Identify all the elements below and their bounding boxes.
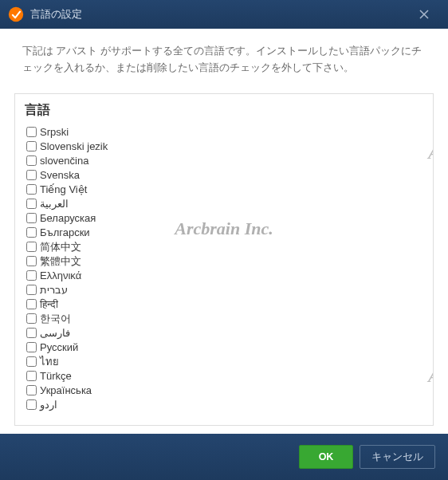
language-row: Беларуская xyxy=(26,211,426,226)
instructions-text: 下記は アバスト がサポートする全ての言語です。インストールしたい言語パックにチ… xyxy=(0,29,448,85)
language-row: Tiếng Việt xyxy=(26,183,426,197)
language-checkbox[interactable] xyxy=(26,227,37,238)
language-checkbox[interactable] xyxy=(26,170,37,180)
language-label: فارسی xyxy=(40,327,70,339)
language-checkbox[interactable] xyxy=(26,270,37,281)
language-checkbox[interactable] xyxy=(26,242,37,252)
language-label: Беларуская xyxy=(40,212,96,224)
language-label: עברית xyxy=(40,284,68,296)
language-label: Ελληνικά xyxy=(40,270,81,281)
language-row: 简体中文 xyxy=(26,240,426,254)
dialog-title: 言語の設定 xyxy=(30,7,408,22)
dialog-footer: OK キャンセル xyxy=(0,434,448,480)
language-checkbox[interactable] xyxy=(26,328,37,338)
language-row: हिन्दी xyxy=(26,297,426,312)
panel-header: 言語 xyxy=(15,94,433,125)
language-label: Български xyxy=(40,226,90,238)
language-checkbox[interactable] xyxy=(26,184,37,195)
language-label: Türkçe xyxy=(40,370,72,382)
language-label: اردو xyxy=(40,399,57,411)
language-checkbox[interactable] xyxy=(26,127,37,137)
language-row: Български xyxy=(26,226,426,240)
language-label: Srpski xyxy=(40,126,69,138)
cancel-button[interactable]: キャンセル xyxy=(360,445,435,469)
language-label: Svenska xyxy=(40,169,80,181)
language-checkbox[interactable] xyxy=(26,313,37,324)
language-row: فارسی xyxy=(26,326,426,340)
language-label: Русский xyxy=(40,341,78,353)
language-row: اردو xyxy=(26,398,426,412)
language-scroll-area[interactable]: SrpskiSlovenski jezikslovenčinaSvenskaTi… xyxy=(15,125,433,426)
language-row: slovenčina xyxy=(26,154,426,168)
language-panel: 言語 Arcbrain Inc. A A SrpskiSlovenski jez… xyxy=(14,93,434,427)
language-label: Українська xyxy=(40,384,92,396)
language-checkbox[interactable] xyxy=(26,199,37,209)
language-checkbox[interactable] xyxy=(26,385,37,395)
language-label: 繁體中文 xyxy=(40,254,81,269)
language-label: हिन्दी xyxy=(40,298,58,311)
language-checkbox[interactable] xyxy=(26,356,37,367)
language-row: العربية xyxy=(26,197,426,211)
language-label: العربية xyxy=(40,198,69,210)
language-label: 简体中文 xyxy=(40,240,81,254)
language-label: 한국어 xyxy=(40,312,71,326)
language-row: עברית xyxy=(26,283,426,297)
language-label: Slovenski jezik xyxy=(40,140,108,152)
language-label: Tiếng Việt xyxy=(40,183,87,195)
language-label: slovenčina xyxy=(40,155,88,167)
language-row: Srpski xyxy=(26,125,426,140)
language-row: Slovenski jezik xyxy=(26,140,426,154)
language-checkbox[interactable] xyxy=(26,299,37,309)
language-row: Русский xyxy=(26,340,426,355)
avast-logo-icon xyxy=(8,6,24,22)
language-checkbox[interactable] xyxy=(26,155,37,166)
title-bar: 言語の設定 xyxy=(0,0,448,29)
close-icon xyxy=(419,10,429,19)
language-row: 한국어 xyxy=(26,312,426,326)
svg-point-0 xyxy=(9,7,23,22)
language-row: Svenska xyxy=(26,168,426,183)
language-checkbox[interactable] xyxy=(26,342,37,352)
language-label: ไทย xyxy=(40,353,59,370)
language-checkbox[interactable] xyxy=(26,213,37,223)
close-button[interactable] xyxy=(408,0,440,29)
language-checkbox[interactable] xyxy=(26,256,37,266)
language-checkbox[interactable] xyxy=(26,399,37,410)
language-row: ไทย xyxy=(26,355,426,369)
language-checkbox[interactable] xyxy=(26,285,37,295)
language-row: Ελληνικά xyxy=(26,269,426,283)
language-row: Українська xyxy=(26,384,426,398)
language-row: 繁體中文 xyxy=(26,254,426,269)
language-list: SrpskiSlovenski jezikslovenčinaSvenskaTi… xyxy=(26,125,426,412)
language-checkbox[interactable] xyxy=(26,141,37,151)
language-row: Türkçe xyxy=(26,369,426,384)
language-checkbox[interactable] xyxy=(26,371,37,381)
settings-dialog: 言語の設定 下記は アバスト がサポートする全ての言語です。インストールしたい言… xyxy=(0,0,448,480)
ok-button[interactable]: OK xyxy=(299,445,353,469)
